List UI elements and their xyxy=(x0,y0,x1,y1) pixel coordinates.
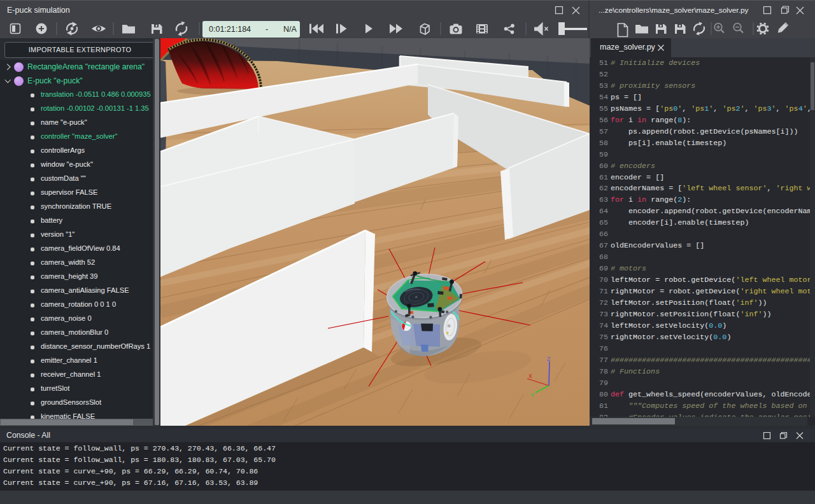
svg-text:Y: Y xyxy=(530,392,534,398)
svg-text:X: X xyxy=(528,373,532,379)
svg-text:Z: Z xyxy=(547,356,551,362)
